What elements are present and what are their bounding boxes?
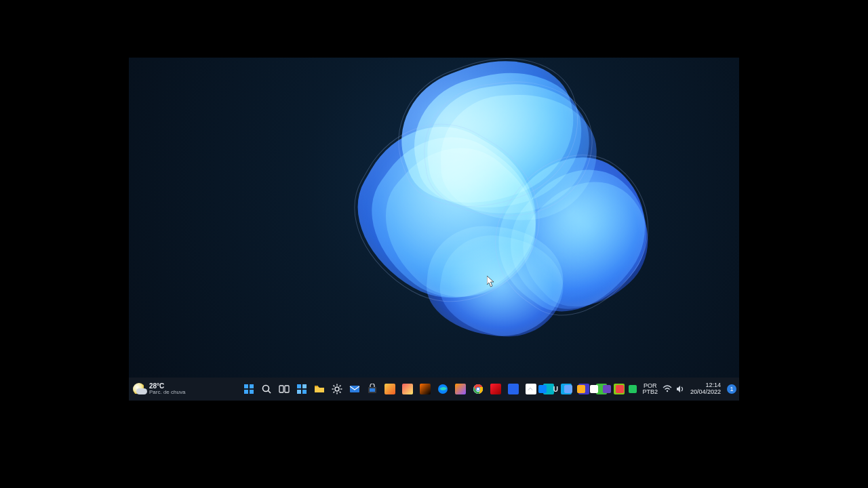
svg-rect-12 bbox=[315, 386, 318, 387]
svg-rect-10 bbox=[297, 390, 301, 394]
svg-rect-0 bbox=[244, 384, 248, 388]
search-button[interactable] bbox=[259, 382, 274, 396]
chrome-browser[interactable] bbox=[471, 382, 486, 396]
widgets-button[interactable] bbox=[294, 382, 309, 396]
svg-line-5 bbox=[269, 391, 271, 394]
svg-line-20 bbox=[334, 392, 335, 393]
svg-rect-6 bbox=[279, 386, 283, 392]
clock[interactable]: 12:14 20/04/2022 bbox=[688, 382, 724, 396]
edge-browser[interactable] bbox=[435, 382, 450, 396]
svg-rect-8 bbox=[297, 384, 301, 388]
svg-point-29 bbox=[667, 390, 668, 392]
language-bottom: PTB2 bbox=[642, 389, 658, 395]
svg-rect-11 bbox=[302, 390, 307, 394]
app-blue[interactable] bbox=[506, 382, 521, 396]
tray-overflow-button[interactable] bbox=[526, 384, 535, 394]
svg-line-19 bbox=[340, 392, 341, 393]
mail-app[interactable] bbox=[347, 382, 362, 396]
system-tray: U POR PTB2 12:14 20/04/2022 1 bbox=[526, 378, 736, 401]
media-app[interactable] bbox=[418, 382, 433, 396]
weather-widget[interactable]: 28°C Parc. de chuva bbox=[133, 378, 185, 401]
svg-rect-9 bbox=[302, 384, 307, 388]
tray-net[interactable] bbox=[589, 384, 599, 394]
settings-app[interactable] bbox=[330, 382, 344, 396]
music-app[interactable] bbox=[382, 382, 397, 396]
svg-rect-1 bbox=[250, 384, 254, 388]
mouse-cursor-icon bbox=[487, 276, 495, 288]
svg-rect-2 bbox=[244, 390, 248, 394]
file-explorer-app[interactable] bbox=[312, 382, 327, 396]
start-button[interactable] bbox=[241, 382, 256, 396]
weather-condition: Parc. de chuva bbox=[149, 390, 185, 395]
svg-rect-24 bbox=[370, 388, 375, 392]
tray-onedrive[interactable] bbox=[537, 384, 548, 394]
tray-u[interactable]: U bbox=[550, 384, 561, 394]
wallpaper-bloom bbox=[319, 58, 671, 349]
svg-line-18 bbox=[334, 386, 335, 387]
notifications-button[interactable]: 1 bbox=[727, 384, 736, 394]
tray-app2[interactable] bbox=[614, 384, 625, 394]
svg-rect-3 bbox=[250, 390, 254, 394]
tray-app1[interactable] bbox=[601, 384, 612, 394]
store-app[interactable] bbox=[365, 382, 380, 396]
notification-badge: 1 bbox=[730, 386, 733, 392]
svg-rect-7 bbox=[285, 386, 289, 392]
opera-browser[interactable] bbox=[488, 382, 503, 396]
language-indicator[interactable]: POR PTB2 bbox=[640, 383, 660, 396]
tray-bt[interactable] bbox=[576, 384, 587, 394]
weather-icon bbox=[133, 383, 145, 395]
desktop[interactable]: 28°C Parc. de chuva U POR PTB2 12:14 bbox=[129, 58, 739, 401]
clock-date: 20/04/2022 bbox=[690, 389, 721, 396]
svg-point-4 bbox=[263, 386, 269, 392]
wifi-icon[interactable] bbox=[662, 384, 673, 394]
svg-line-21 bbox=[340, 386, 341, 387]
volume-icon[interactable] bbox=[675, 384, 686, 394]
photos-app[interactable] bbox=[400, 382, 415, 396]
task-view-button[interactable] bbox=[277, 382, 292, 396]
svg-point-13 bbox=[335, 387, 339, 391]
tray-app3[interactable] bbox=[627, 384, 638, 394]
tray-security[interactable] bbox=[563, 384, 574, 394]
svg-point-28 bbox=[477, 388, 479, 390]
firefox-browser[interactable] bbox=[453, 382, 468, 396]
svg-rect-22 bbox=[350, 386, 359, 392]
taskbar: 28°C Parc. de chuva U POR PTB2 12:14 bbox=[129, 378, 739, 401]
